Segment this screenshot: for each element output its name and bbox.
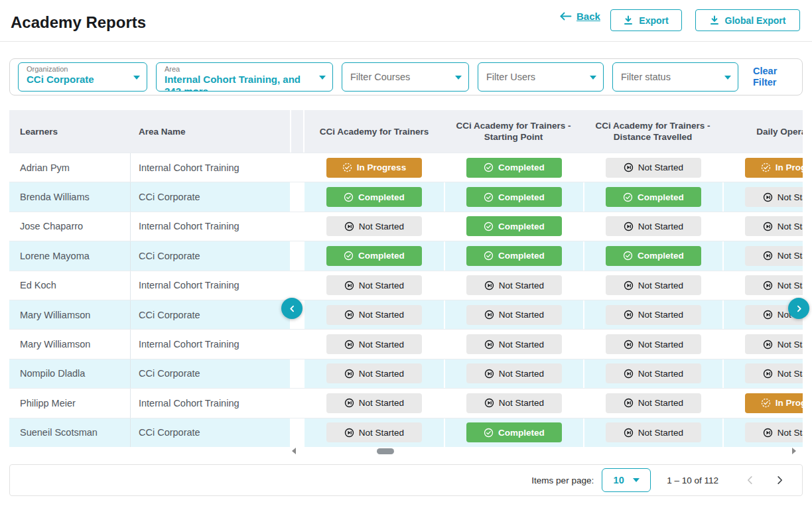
course-status-cell: Not Started	[304, 359, 444, 388]
clear-filter-button[interactable]: Clear Filter	[753, 66, 786, 88]
back-link[interactable]: Back	[559, 11, 600, 22]
course-status-cell: Not Started	[304, 418, 444, 447]
status-label: Not Started	[359, 428, 404, 438]
status-badge-not-started: Not Started	[606, 158, 701, 178]
frozen-column-divider	[290, 153, 304, 182]
learner-name: Mary Williamson	[9, 300, 131, 329]
course-status-cell: Not Started	[583, 418, 722, 447]
status-label: Not Started	[359, 281, 404, 290]
status-badge-completed: Completed	[466, 216, 562, 236]
area-name: CCi Corporate	[131, 359, 290, 388]
not-started-play-icon	[624, 398, 634, 408]
not-started-play-icon	[624, 310, 634, 320]
learner-name: Ed Koch	[9, 271, 131, 300]
table-row: Mary WilliamsonCCi CorporateNot StartedN…	[9, 300, 803, 329]
table-row: Mary WilliamsonInternal Cohort TrainingN…	[9, 329, 803, 358]
scroll-columns-right-button[interactable]	[788, 298, 809, 319]
organization-select[interactable]: Organization CCi Corporate	[18, 62, 147, 92]
filter-status-select[interactable]: Filter status	[612, 62, 738, 92]
course-status-cell: Not Started	[722, 182, 803, 211]
scrollbar-left-arrow[interactable]	[292, 448, 296, 454]
status-label: Completed	[638, 251, 684, 261]
export-label: Export	[639, 15, 668, 26]
status-label: Not Started	[499, 281, 544, 290]
status-label: Not Started	[499, 398, 544, 408]
previous-page-button[interactable]	[738, 468, 762, 492]
course-status-cell: Not Started	[304, 271, 444, 300]
status-label: Not Started	[359, 369, 404, 379]
not-started-play-icon	[344, 222, 354, 231]
frozen-column-divider	[290, 110, 304, 153]
status-badge-not-started: Not Started	[326, 305, 422, 325]
global-export-button[interactable]: Global Export	[695, 9, 800, 31]
chevron-left-icon	[743, 473, 758, 487]
completed-check-icon	[484, 192, 494, 202]
horizontal-scrollbar[interactable]	[292, 446, 796, 456]
table-row: Brenda WilliamsCCi CorporateCompletedCom…	[9, 182, 803, 211]
course-status-cell: Not Started	[444, 359, 583, 388]
status-badge-completed: Completed	[606, 187, 701, 207]
page-size-value: 10	[614, 475, 624, 485]
status-badge-not-started: Not Started	[466, 393, 562, 413]
academy-reports-page: Academy Reports Back Export Global Expor…	[0, 0, 812, 508]
back-arrow-icon	[559, 12, 572, 21]
course-status-cell: In Progress	[722, 389, 803, 417]
status-label: Not Started	[359, 222, 404, 231]
not-started-play-icon	[344, 398, 354, 408]
area-value: Internal Cohort Training, and 343 more	[165, 74, 314, 92]
not-started-play-icon	[484, 310, 494, 320]
course-status-cell: Not Started	[583, 153, 722, 182]
status-label: Not Started	[638, 222, 683, 231]
page-size-select[interactable]: 10	[602, 468, 651, 492]
not-started-play-icon	[344, 369, 354, 379]
organization-value: CCi Corporate	[27, 74, 128, 86]
not-started-play-icon	[763, 340, 773, 349]
course-status-cell: Completed	[583, 241, 722, 270]
not-started-play-icon	[484, 340, 494, 349]
status-badge-not-started: Not Started	[745, 187, 803, 207]
scroll-columns-left-button[interactable]	[281, 298, 303, 319]
status-label: Not Started	[499, 369, 544, 379]
status-label: In Progress	[776, 162, 803, 172]
not-started-play-icon	[484, 281, 494, 290]
frozen-column-divider	[290, 418, 304, 447]
course-status-cell: Completed	[444, 153, 583, 182]
area-select[interactable]: Area Internal Cohort Training, and 343 m…	[156, 62, 333, 92]
course-status-cell: Not Started	[722, 359, 803, 388]
status-badge-not-started: Not Started	[466, 275, 562, 295]
status-badge-not-started: Not Started	[326, 422, 422, 442]
table-body: Adrian PymInternal Cohort TrainingIn Pro…	[9, 153, 803, 447]
page-title: Academy Reports	[11, 13, 146, 32]
status-label: Not Started	[778, 369, 803, 379]
chevron-down-icon	[319, 76, 326, 80]
table-row: Nompilo DladlaCCi CorporateNot StartedNo…	[9, 359, 803, 388]
course-status-cell: Not Started	[722, 271, 803, 300]
status-badge-not-started: Not Started	[745, 363, 803, 383]
not-started-play-icon	[763, 310, 773, 320]
status-label: Not Started	[638, 310, 683, 320]
frozen-column-divider	[290, 389, 304, 417]
filter-courses-select[interactable]: Filter Courses	[342, 62, 469, 92]
status-label: In Progress	[357, 162, 406, 172]
course-status-cell: Completed	[444, 418, 583, 447]
learner-name: Philipp Meier	[9, 389, 131, 417]
in-progress-icon	[761, 398, 771, 408]
course-status-cell: Completed	[444, 182, 583, 211]
course-status-cell: Not Started	[722, 212, 803, 241]
chevron-down-icon	[724, 76, 731, 80]
status-label: Completed	[358, 192, 405, 202]
status-label: Completed	[498, 222, 545, 231]
scrollbar-right-arrow[interactable]	[792, 448, 796, 454]
next-page-button[interactable]	[768, 468, 791, 492]
filter-users-select[interactable]: Filter Users	[478, 62, 604, 92]
not-started-play-icon	[763, 251, 773, 261]
not-started-play-icon	[763, 281, 773, 290]
course-status-cell: Not Started	[722, 330, 803, 358]
not-started-play-icon	[484, 369, 494, 379]
export-button[interactable]: Export	[610, 9, 682, 31]
status-badge-not-started: Not Started	[745, 246, 803, 266]
scrollbar-thumb[interactable]	[377, 448, 394, 454]
status-badge-in-progress: In Progress	[745, 158, 803, 178]
status-badge-completed: Completed	[466, 187, 562, 207]
status-label: Not Started	[638, 369, 683, 379]
